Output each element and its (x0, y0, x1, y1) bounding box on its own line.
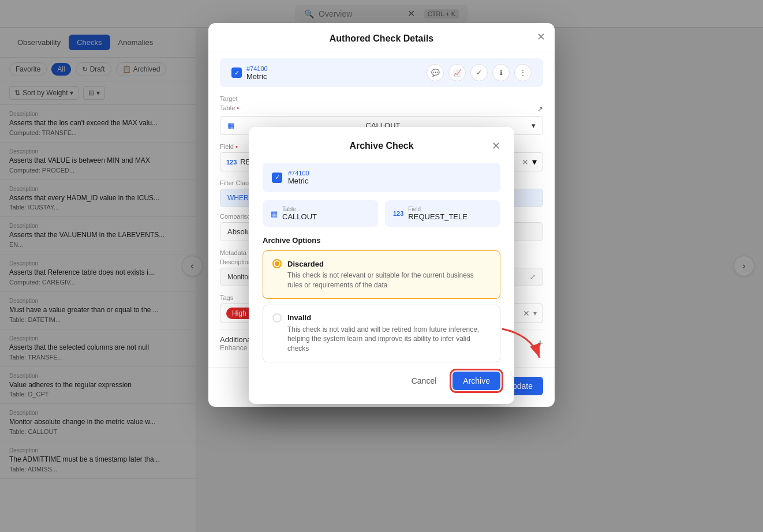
external-link-icon[interactable]: ↗ (537, 105, 543, 113)
modal-title: Authored Check Details (330, 33, 433, 44)
invalid-desc: This check is not valid and will be reti… (287, 325, 491, 354)
table-label: Table • (220, 104, 239, 111)
archive-checkbox (272, 173, 282, 183)
check-id-area: #74100 Metric (231, 65, 268, 81)
table-icon: ▦ (271, 209, 278, 218)
expand-icon[interactable]: ⤢ (530, 273, 536, 281)
tags-dropdown-icon[interactable]: ▾ (533, 309, 537, 317)
archive-check-details: #74100 Metric (288, 170, 309, 185)
archive-option-discarded[interactable]: Discarded This check is not relevant or … (263, 250, 500, 299)
target-label: Target (220, 95, 543, 102)
archive-option-invalid[interactable]: Invalid This check is not valid and will… (263, 305, 500, 362)
check-header-bar: #74100 Metric 💬 📈 ✓ ℹ ⋮ (220, 58, 543, 87)
archive-modal-header: Archive Check ✕ (263, 141, 500, 151)
action-chart-button[interactable]: 📈 (448, 64, 466, 81)
archive-cancel-button[interactable]: Cancel (401, 372, 447, 390)
modal-close-button[interactable]: ✕ (537, 31, 545, 43)
archive-table-prop: ▦ Table CALLOUT (263, 200, 378, 227)
archive-modal-close-button[interactable]: ✕ (492, 140, 500, 152)
action-more-button[interactable]: ⋮ (514, 64, 532, 81)
archive-field-prop: 123 Field REQUEST_TELE (385, 200, 500, 227)
radio-invalid (272, 313, 282, 323)
add-metadata-button[interactable]: + (537, 338, 543, 350)
table-select-chevron-icon: ▾ (532, 121, 536, 130)
field-dropdown-icon[interactable]: ▾ (532, 156, 537, 167)
archive-check-modal: Archive Check ✕ #74100 Metric ▦ Table CA… (249, 127, 514, 404)
archive-footer: Cancel Archive (263, 372, 500, 390)
field-clear-button[interactable]: ✕ (522, 158, 529, 167)
check-id-info: #74100 Metric (246, 65, 268, 81)
tags-clear-button[interactable]: ✕ (523, 309, 530, 318)
action-check-button[interactable]: ✓ (470, 64, 488, 81)
discarded-desc: This check is not relevant or suitable f… (287, 271, 491, 290)
check-checkbox (231, 68, 242, 78)
action-chat-button[interactable]: 💬 (427, 64, 444, 81)
archive-check-name: Metric (288, 177, 309, 185)
invalid-label: Invalid (287, 313, 311, 322)
field-icon: 123 (393, 210, 403, 217)
archive-modal-title: Archive Check (349, 141, 413, 151)
archive-button[interactable]: Archive (452, 372, 500, 390)
archive-check-info: #74100 Metric (263, 163, 500, 192)
archive-properties: ▦ Table CALLOUT 123 Field REQUEST_TELE (263, 200, 500, 227)
archive-check-id: #74100 (288, 170, 309, 177)
discarded-label: Discarded (287, 260, 324, 268)
check-id-number: #74100 (246, 65, 268, 72)
radio-discarded (272, 259, 282, 268)
modal-header: Authored Check Details ✕ (208, 23, 555, 51)
archive-options-title: Archive Options (263, 236, 500, 245)
check-action-buttons: 💬 📈 ✓ ℹ ⋮ (427, 64, 532, 81)
check-type: Metric (246, 72, 268, 81)
action-info-button[interactable]: ℹ (492, 64, 510, 81)
